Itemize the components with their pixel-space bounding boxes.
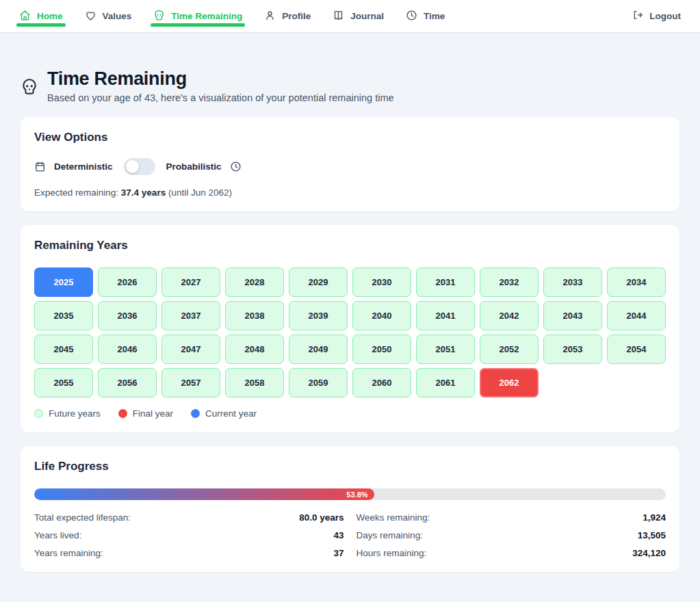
year-button-2040[interactable]: 2040 — [352, 301, 411, 330]
year-button-2030[interactable]: 2030 — [352, 267, 411, 297]
stat-label: Years remaining: — [34, 548, 103, 558]
year-button-2034[interactable]: 2034 — [607, 267, 666, 297]
nav-item-home[interactable]: Home — [19, 0, 63, 33]
year-button-2048[interactable]: 2048 — [225, 335, 284, 364]
year-button-2033[interactable]: 2033 — [543, 267, 602, 297]
year-button-2037[interactable]: 2037 — [161, 301, 220, 330]
year-button-2055[interactable]: 2055 — [34, 368, 93, 397]
stat-label: Years lived: — [34, 530, 81, 540]
year-button-2047[interactable]: 2047 — [161, 335, 220, 364]
nav-item-profile[interactable]: Profile — [264, 0, 311, 33]
year-legend: Future years Final year Current year — [34, 408, 666, 419]
view-mode-toggle[interactable] — [124, 158, 155, 175]
page-content: Time Remaining Based on your age of 43, … — [0, 68, 700, 572]
year-button-2050[interactable]: 2050 — [352, 335, 411, 364]
nav-item-label: Profile — [282, 11, 311, 21]
year-button-2051[interactable]: 2051 — [416, 335, 475, 364]
year-button-2029[interactable]: 2029 — [289, 267, 348, 297]
page-subtitle: Based on your age of 43, here's a visual… — [47, 92, 394, 103]
legend-label: Future years — [49, 408, 101, 419]
stat-value: 324,120 — [632, 548, 666, 558]
legend-label: Current year — [205, 408, 257, 419]
legend-item-final: Final year — [118, 408, 173, 419]
probabilistic-label: Probabilistic — [166, 161, 222, 172]
remaining-years-heading: Remaining Years — [34, 239, 666, 252]
stat-label: Hours remaining: — [357, 548, 427, 558]
year-button-2054[interactable]: 2054 — [607, 335, 666, 364]
top-nav: Home Values Time Remaining Profile Journ… — [0, 0, 700, 33]
stat-value: 80.0 years — [299, 512, 343, 523]
nav-item-time[interactable]: Time — [406, 0, 445, 33]
year-button-2025[interactable]: 2025 — [34, 267, 93, 297]
stat-value: 43 — [333, 530, 343, 540]
expected-suffix: (until Jun 2062) — [166, 187, 232, 198]
year-button-2052[interactable]: 2052 — [480, 335, 539, 364]
page-header-text: Time Remaining Based on your age of 43, … — [47, 68, 394, 103]
nav-item-journal[interactable]: Journal — [333, 0, 384, 33]
legend-item-current: Current year — [191, 408, 257, 419]
nav-item-label: Values — [103, 11, 132, 21]
clock-icon — [230, 161, 242, 172]
expected-value: 37.4 years — [121, 187, 166, 198]
logout-icon — [632, 10, 643, 23]
nav-item-label: Journal — [350, 11, 384, 21]
nav-item-time-remaining[interactable]: Time Remaining — [153, 0, 242, 33]
page-title: Time Remaining — [47, 68, 394, 90]
year-button-2031[interactable]: 2031 — [416, 267, 475, 297]
year-button-2053[interactable]: 2053 — [543, 335, 602, 364]
toggle-knob — [126, 160, 139, 173]
year-button-2035[interactable]: 2035 — [34, 301, 93, 330]
life-progress-card: Life Progress 53.8% Total expected lifes… — [21, 446, 679, 572]
year-button-2036[interactable]: 2036 — [98, 301, 157, 330]
year-button-2027[interactable]: 2027 — [161, 267, 220, 297]
expected-prefix: Expected remaining: — [34, 187, 121, 198]
year-button-2058[interactable]: 2058 — [225, 368, 284, 397]
year-button-2039[interactable]: 2039 — [289, 301, 348, 330]
year-button-2042[interactable]: 2042 — [480, 301, 539, 330]
year-button-2056[interactable]: 2056 — [98, 368, 157, 397]
nav-item-values[interactable]: Values — [85, 0, 132, 33]
stat-row-lifespan: Total expected lifespan: 80.0 years — [34, 512, 344, 523]
skull-icon — [21, 78, 38, 96]
year-button-2045[interactable]: 2045 — [34, 335, 93, 364]
nav-item-label: Time — [424, 11, 445, 21]
legend-label: Final year — [133, 408, 173, 419]
life-stats: Total expected lifespan: 80.0 years Week… — [34, 512, 666, 558]
book-icon — [333, 10, 344, 23]
clock-icon — [406, 10, 417, 23]
year-button-2060[interactable]: 2060 — [352, 368, 411, 397]
year-button-2028[interactable]: 2028 — [225, 267, 284, 297]
nav-items: Home Values Time Remaining Profile Journ… — [19, 0, 445, 33]
future-years-swatch — [34, 409, 43, 418]
year-button-2038[interactable]: 2038 — [225, 301, 284, 330]
year-button-2046[interactable]: 2046 — [98, 335, 157, 364]
life-progress-heading: Life Progress — [34, 460, 666, 473]
life-progress-track: 53.8% — [34, 488, 666, 500]
year-button-2041[interactable]: 2041 — [416, 301, 475, 330]
year-button-2044[interactable]: 2044 — [607, 301, 666, 330]
stat-row-hours: Hours remaining: 324,120 — [357, 548, 666, 558]
year-button-2062[interactable]: 2062 — [480, 368, 539, 397]
year-button-2057[interactable]: 2057 — [161, 368, 220, 397]
person-icon — [264, 10, 276, 23]
heart-icon — [85, 10, 96, 23]
toggle-row: Deterministic Probabilistic — [34, 158, 666, 175]
year-button-2061[interactable]: 2061 — [416, 368, 475, 397]
stat-value: 13,505 — [638, 530, 666, 540]
year-button-2032[interactable]: 2032 — [480, 267, 539, 297]
calendar-icon — [34, 161, 46, 172]
stat-row-weeks: Weeks remaining: 1,924 — [357, 512, 666, 523]
stat-label: Days remaining: — [357, 530, 424, 540]
year-button-2043[interactable]: 2043 — [543, 301, 602, 330]
logout-button[interactable]: Logout — [632, 10, 681, 23]
expected-remaining-text: Expected remaining: 37.4 years (until Ju… — [34, 187, 666, 198]
page-header: Time Remaining Based on your age of 43, … — [21, 68, 679, 103]
final-year-swatch — [118, 409, 127, 418]
year-button-2059[interactable]: 2059 — [289, 368, 348, 397]
nav-item-label: Time Remaining — [171, 11, 242, 21]
progress-fill: 53.8% — [34, 488, 374, 500]
legend-item-future: Future years — [34, 408, 101, 419]
year-button-2049[interactable]: 2049 — [289, 335, 348, 364]
nav-item-label: Home — [37, 11, 63, 21]
year-button-2026[interactable]: 2026 — [98, 267, 157, 297]
